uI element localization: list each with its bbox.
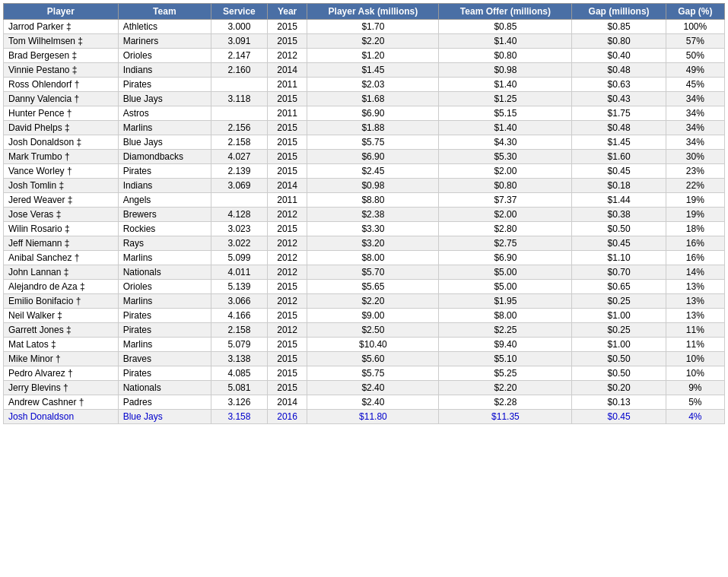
table-cell: $11.80: [307, 410, 439, 424]
table-cell: $0.20: [572, 381, 666, 395]
table-cell: 23%: [666, 164, 724, 179]
table-cell: $0.25: [572, 294, 666, 309]
table-cell: $1.44: [572, 193, 666, 208]
table-cell: $1.95: [439, 294, 572, 309]
table-cell: $1.25: [439, 92, 572, 106]
table-cell: Ross Ohlendorf †: [4, 78, 119, 92]
table-cell: Blue Jays: [118, 92, 211, 106]
table-cell: Mark Trumbo †: [4, 150, 119, 164]
table-cell: Vance Worley †: [4, 164, 119, 179]
table-cell: 4.166: [211, 309, 268, 323]
table-cell: Marlins: [118, 338, 211, 352]
table-cell: $1.88: [307, 121, 439, 135]
table-cell: 2015: [267, 135, 307, 150]
table-cell: Mat Latos ‡: [4, 338, 119, 352]
table-cell: 100%: [666, 20, 724, 34]
table-row: Alejandro de Aza ‡Orioles5.1392015$5.65$…: [4, 280, 725, 294]
table-cell: Tom Wilhelmsen ‡: [4, 34, 119, 49]
table-cell: Andrew Cashner †: [4, 395, 119, 410]
table-cell: Neil Walker ‡: [4, 309, 119, 323]
table-row: Jarrod Parker ‡Athletics3.0002015$1.70$0…: [4, 20, 725, 34]
table-cell: 13%: [666, 280, 724, 294]
table-cell: 2015: [267, 309, 307, 323]
table-cell: 4.128: [211, 208, 268, 222]
table-cell: $5.75: [307, 366, 439, 381]
table-cell: $1.20: [307, 49, 439, 63]
table-row: Anibal Sanchez †Marlins5.0992012$8.00$6.…: [4, 251, 725, 265]
table-cell: 19%: [666, 208, 724, 222]
table-cell: $5.75: [307, 135, 439, 150]
table-cell: 4.085: [211, 366, 268, 381]
table-row: Mike Minor †Braves3.1382015$5.60$5.10$0.…: [4, 352, 725, 366]
table-cell: 2012: [267, 49, 307, 63]
table-cell: Pedro Alvarez †: [4, 366, 119, 381]
table-row: Danny Valencia †Blue Jays3.1182015$1.68$…: [4, 92, 725, 106]
table-cell: $3.20: [307, 236, 439, 251]
table-cell: Josh Donaldson ‡: [4, 135, 119, 150]
table-cell: 2015: [267, 366, 307, 381]
table-cell: Josh Donaldson: [4, 410, 119, 424]
table-cell: 2015: [267, 20, 307, 34]
table-cell: 2012: [267, 294, 307, 309]
table-row: John Lannan ‡Nationals4.0112012$5.70$5.0…: [4, 265, 725, 280]
table-cell: 3.069: [211, 179, 268, 193]
table-cell: 2012: [267, 236, 307, 251]
table-cell: Astros: [118, 106, 211, 121]
table-cell: $1.68: [307, 92, 439, 106]
table-cell: 4%: [666, 410, 724, 424]
table-cell: Garrett Jones ‡: [4, 323, 119, 338]
table-cell: $2.00: [439, 208, 572, 222]
table-cell: $1.00: [572, 338, 666, 352]
column-header: Team: [118, 4, 211, 20]
table-cell: 2015: [267, 280, 307, 294]
table-cell: Alejandro de Aza ‡: [4, 280, 119, 294]
table-cell: 49%: [666, 63, 724, 78]
table-cell: $0.45: [572, 164, 666, 179]
table-row: Pedro Alvarez †Pirates4.0852015$5.75$5.2…: [4, 366, 725, 381]
table-cell: $1.40: [439, 34, 572, 49]
table-row: Neil Walker ‡Pirates4.1662015$9.00$8.00$…: [4, 309, 725, 323]
table-cell: $0.48: [572, 63, 666, 78]
arbitration-table: PlayerTeamServiceYearPlayer Ask (million…: [3, 3, 725, 424]
table-cell: 2012: [267, 208, 307, 222]
table-cell: $0.45: [572, 410, 666, 424]
table-cell: $5.25: [439, 366, 572, 381]
table-cell: Padres: [118, 395, 211, 410]
table-cell: 13%: [666, 309, 724, 323]
table-cell: $0.70: [572, 265, 666, 280]
table-cell: Indians: [118, 63, 211, 78]
table-cell: $1.00: [572, 309, 666, 323]
table-cell: $0.98: [439, 63, 572, 78]
table-cell: $6.90: [307, 150, 439, 164]
table-cell: $2.20: [307, 34, 439, 49]
table-cell: 2015: [267, 164, 307, 179]
table-cell: 4.011: [211, 265, 268, 280]
table-cell: Mariners: [118, 34, 211, 49]
table-cell: $0.80: [572, 34, 666, 49]
table-cell: 30%: [666, 150, 724, 164]
table-cell: Braves: [118, 352, 211, 366]
table-cell: 34%: [666, 135, 724, 150]
table-cell: Pirates: [118, 323, 211, 338]
table-cell: 34%: [666, 106, 724, 121]
table-row: Josh Tomlin ‡Indians3.0692014$0.98$0.80$…: [4, 179, 725, 193]
table-row: Jerry Blevins †Nationals5.0812015$2.40$2…: [4, 381, 725, 395]
table-cell: $5.15: [439, 106, 572, 121]
table-cell: [211, 193, 268, 208]
table-row: Ross Ohlendorf †Pirates2011$2.03$1.40$0.…: [4, 78, 725, 92]
table-cell: 3.066: [211, 294, 268, 309]
table-cell: 9%: [666, 381, 724, 395]
table-cell: $0.80: [439, 179, 572, 193]
table-cell: Rays: [118, 236, 211, 251]
table-cell: 10%: [666, 352, 724, 366]
table-cell: 3.023: [211, 222, 268, 236]
table-row: Mat Latos ‡Marlins5.0792015$10.40$9.40$1…: [4, 338, 725, 352]
table-cell: Jeff Niemann ‡: [4, 236, 119, 251]
table-cell: 2015: [267, 150, 307, 164]
table-cell: Rockies: [118, 222, 211, 236]
table-cell: 2015: [267, 92, 307, 106]
table-row: Tom Wilhelmsen ‡Mariners3.0912015$2.20$1…: [4, 34, 725, 49]
table-cell: 16%: [666, 236, 724, 251]
table-cell: 13%: [666, 294, 724, 309]
table-cell: 2.147: [211, 49, 268, 63]
